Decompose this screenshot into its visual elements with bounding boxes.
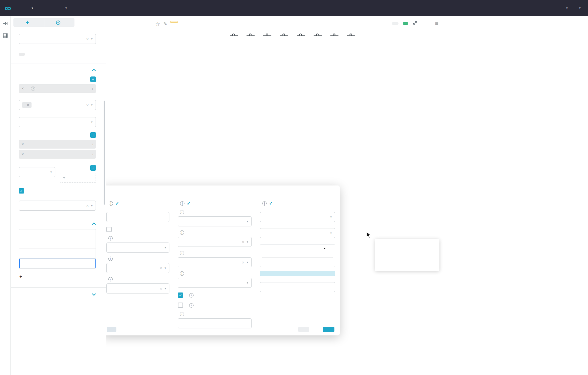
legend-item[interactable] (247, 34, 257, 37)
color-swatch[interactable] (262, 247, 266, 251)
chevron-up-icon[interactable] (92, 69, 96, 71)
chart-select[interactable]: × ▾ (106, 283, 169, 293)
name-input[interactable] (106, 212, 169, 222)
info-icon: i (189, 293, 194, 298)
legend-item[interactable] (263, 34, 273, 37)
color-swatch[interactable] (282, 247, 286, 251)
apply-button[interactable] (298, 327, 309, 332)
clear-icon[interactable]: × (86, 203, 89, 208)
annotation-layer-type-select[interactable]: ▾ (106, 243, 169, 253)
sort-by-add-metric[interactable]: + (60, 173, 96, 183)
legend-item[interactable] (230, 34, 240, 37)
group-by-select[interactable]: × × ▾ (19, 100, 96, 110)
add-sort-metric-button[interactable]: + (90, 165, 96, 171)
annotation-layer-item[interactable] (19, 249, 96, 259)
style-select[interactable]: ▾ (260, 212, 335, 222)
predictive-analytics-header[interactable] (19, 293, 96, 296)
query-section-header[interactable] (19, 69, 96, 71)
filter-chip[interactable]: × › (19, 150, 96, 159)
clear-icon[interactable]: × (160, 266, 162, 271)
annotation-layer-item[interactable] (19, 229, 96, 239)
annotation-source-select[interactable]: × ▾ (106, 263, 169, 273)
filter-chip[interactable]: × › (19, 140, 96, 149)
clear-icon[interactable]: × (242, 260, 245, 265)
override-time-grain-checkbox[interactable]: i (178, 303, 252, 308)
line-width-input[interactable] (260, 282, 335, 292)
color-swatch[interactable] (277, 247, 281, 251)
datasource-grid-icon[interactable] (0, 31, 11, 40)
more-options-icon[interactable]: ≡ (435, 20, 438, 27)
time-range-chip[interactable] (19, 53, 25, 56)
hide-layer-checkbox[interactable] (106, 227, 169, 232)
annotation-layer-item-selected[interactable] (19, 259, 96, 268)
row-limit-select[interactable]: × ▾ (19, 201, 96, 211)
run-button[interactable] (13, 18, 44, 27)
color-swatch[interactable] (287, 247, 291, 251)
clear-icon[interactable]: × (86, 37, 89, 42)
settings-menu[interactable]: ▾ (577, 6, 581, 10)
annotation-layer-item[interactable] (19, 239, 96, 249)
color-swatch[interactable] (298, 247, 302, 251)
superset-logo[interactable]: ∞ (5, 4, 13, 13)
color-swatch[interactable] (313, 247, 317, 251)
color-swatch[interactable] (267, 247, 271, 251)
contribution-mode-select[interactable]: ▾ (19, 117, 96, 127)
color-swatch[interactable] (318, 247, 322, 251)
series-limit-select[interactable]: ▾ (19, 167, 55, 177)
annotations-section-header[interactable] (19, 222, 96, 225)
legend-item[interactable] (297, 34, 307, 37)
favorite-star-icon[interactable]: ☆ (155, 21, 160, 27)
add-metric-button[interactable]: + (90, 76, 96, 82)
opacity-select[interactable]: ▾ (260, 228, 335, 238)
remove-icon[interactable]: × (21, 86, 24, 91)
legend-item[interactable] (314, 34, 324, 37)
legend-item[interactable] (280, 34, 290, 37)
save-button[interactable] (44, 18, 75, 27)
time-grain-select[interactable]: × ▾ (19, 34, 96, 44)
nav-sql-lab[interactable]: ▾ (63, 6, 67, 10)
override-time-range-checkbox[interactable]: ✓ i (178, 292, 252, 298)
panel-scrollbar[interactable] (104, 101, 105, 205)
color-swatch[interactable] (287, 252, 291, 256)
title-column-select[interactable]: × ▾ (178, 257, 252, 267)
interval-end-select[interactable]: × ▾ (178, 237, 252, 247)
clear-icon[interactable]: × (86, 103, 89, 108)
remove-tag-icon[interactable]: × (27, 103, 29, 107)
clear-icon[interactable]: × (242, 239, 245, 245)
color-swatch[interactable] (277, 252, 281, 256)
remove-button[interactable] (107, 327, 116, 332)
add-annotation-layer-button[interactable]: + (19, 271, 96, 281)
color-swatch[interactable] (282, 252, 286, 256)
color-swatch[interactable] (272, 247, 276, 251)
color-swatch[interactable] (303, 247, 307, 251)
collapse-panel-icon[interactable] (0, 19, 11, 28)
legend-item[interactable] (347, 34, 357, 37)
description-columns-select[interactable]: ▾ (178, 278, 252, 288)
metric-chip[interactable]: × ? › (19, 84, 96, 93)
color-swatch[interactable] (292, 252, 297, 256)
remove-icon[interactable]: × (21, 152, 24, 157)
time-shift-input[interactable] (178, 318, 252, 328)
add-filter-button[interactable]: + (90, 132, 96, 138)
color-swatch[interactable] (308, 247, 312, 251)
sort-descending-checkbox[interactable]: ✓ (19, 188, 96, 194)
remove-icon[interactable]: × (21, 142, 24, 147)
plus-icon: + (63, 175, 65, 180)
share-link-icon[interactable] (413, 20, 418, 27)
color-swatch[interactable] (292, 247, 297, 251)
chevron-up-icon[interactable] (92, 222, 96, 225)
clear-icon[interactable]: × (160, 286, 162, 291)
legend-item[interactable] (330, 34, 340, 37)
color-swatch[interactable] (267, 252, 271, 256)
automatic-color-button[interactable] (260, 271, 335, 276)
nav-data[interactable]: ▾ (30, 6, 33, 10)
color-swatch-selected[interactable] (323, 247, 327, 251)
color-swatch[interactable] (262, 252, 266, 256)
edit-pencil-icon[interactable]: ✎ (163, 21, 167, 26)
chevron-down-icon[interactable] (92, 293, 96, 296)
color-swatch[interactable] (272, 252, 276, 256)
save-icon (56, 20, 60, 25)
ok-button[interactable] (323, 327, 334, 332)
new-item-menu[interactable]: ▾ (565, 6, 568, 10)
interval-start-select[interactable]: ▾ (178, 216, 252, 226)
